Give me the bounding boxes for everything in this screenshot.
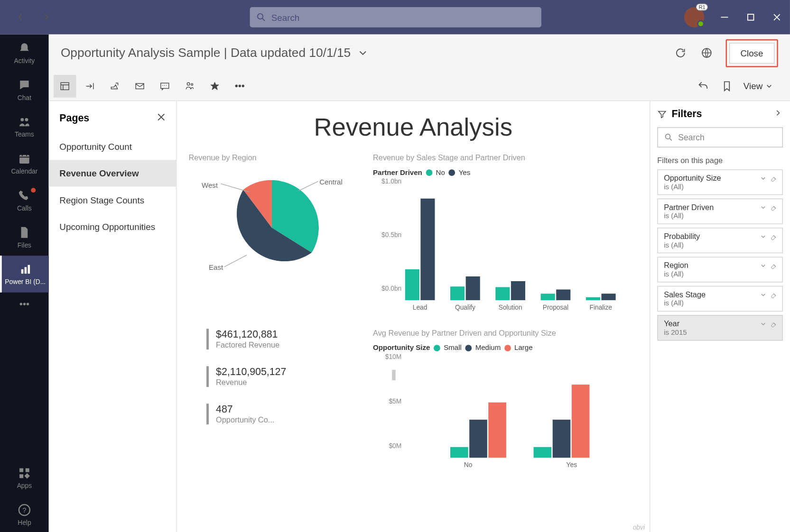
page-item[interactable]: Opportunity Count xyxy=(49,133,176,160)
svg-rect-15 xyxy=(136,83,144,89)
share-button[interactable] xyxy=(103,74,126,97)
export-button[interactable] xyxy=(78,74,101,97)
filter-card[interactable]: Regionis (All) xyxy=(657,257,783,283)
kpi-card[interactable]: $461,120,881 Factored Revenue xyxy=(206,329,355,349)
chevron-down-icon xyxy=(760,321,767,328)
web-button[interactable] xyxy=(699,46,714,60)
share-icon xyxy=(110,81,121,92)
report-canvas: Revenue Analysis Revenue by Region xyxy=(177,101,650,532)
bar-chart-axis: NoYes xyxy=(373,461,635,468)
filter-card[interactable]: Probabilityis (All) xyxy=(657,228,783,253)
filter-value: is (All) xyxy=(664,241,776,249)
bookmark-button[interactable] xyxy=(720,79,734,93)
eraser-icon xyxy=(771,175,778,182)
svg-rect-5 xyxy=(21,269,23,274)
bar-chart-1[interactable]: Revenue by Sales Stage and Partner Drive… xyxy=(373,153,635,311)
page-item[interactable]: Revenue Overview xyxy=(49,160,176,186)
filter-card[interactable]: Sales Stageis (All) xyxy=(657,286,783,312)
breadcrumb-bar: Opportunity Analysis Sample | Data updat… xyxy=(49,35,790,72)
filter-card[interactable]: Opportunity Sizeis (All) xyxy=(657,169,783,195)
pie-lines xyxy=(218,179,343,280)
page-item[interactable]: Upcoming Opportunities xyxy=(49,213,176,240)
page-item[interactable]: Region Stage Counts xyxy=(49,187,176,213)
viz-title: Revenue by Region xyxy=(188,153,355,162)
svg-rect-10 xyxy=(19,474,23,478)
rail-calendar[interactable]: Calendar xyxy=(0,145,49,182)
refresh-icon xyxy=(674,47,686,59)
favorite-button[interactable] xyxy=(204,74,226,97)
rail-label: Help xyxy=(18,519,31,526)
kpi-label: Factored Revenue xyxy=(216,340,305,349)
view-dropdown[interactable]: View xyxy=(744,81,773,91)
rail-activity[interactable]: Activity xyxy=(0,35,49,72)
pages-pane-toggle[interactable] xyxy=(54,74,76,97)
svg-rect-1 xyxy=(748,14,754,20)
rail-calls[interactable]: Calls xyxy=(0,182,49,219)
pages-close-button[interactable] xyxy=(156,112,167,125)
search-icon xyxy=(664,133,673,142)
chevron-down-icon xyxy=(357,47,369,59)
ellipsis-icon: ••• xyxy=(235,81,245,92)
filter-card[interactable]: Partner Drivenis (All) xyxy=(657,199,783,224)
presence-available-icon xyxy=(697,20,704,28)
chat-icon xyxy=(18,78,31,92)
filters-title: Filters xyxy=(671,108,768,120)
breadcrumb-dropdown[interactable] xyxy=(355,46,370,60)
filter-value: is (All) xyxy=(664,299,776,308)
refresh-button[interactable] xyxy=(673,46,688,60)
global-search-input[interactable]: Search xyxy=(250,7,541,28)
rail-teams[interactable]: Teams xyxy=(0,108,49,145)
rail-chat[interactable]: Chat xyxy=(0,71,49,108)
notification-badge-icon xyxy=(31,188,36,193)
legend: Partner Driven No Yes xyxy=(373,168,635,177)
window-close-button[interactable] xyxy=(771,11,783,23)
legend-dot-icon xyxy=(426,169,432,176)
comment-button[interactable] xyxy=(153,74,176,97)
rail-help[interactable]: ? Help xyxy=(0,496,49,532)
report-toolbar: ••• View xyxy=(49,71,790,101)
svg-rect-6 xyxy=(24,267,27,274)
legend-label: Partner Driven xyxy=(373,168,422,177)
breadcrumb: Opportunity Analysis Sample | Data updat… xyxy=(61,46,351,60)
page-title: Revenue Analysis xyxy=(188,113,638,141)
window-minimize-button[interactable] xyxy=(718,11,730,23)
pie-label-west: West xyxy=(202,181,218,190)
filters-pane: Filters Search Filters on this page Oppo… xyxy=(650,101,790,532)
watermark: obvi xyxy=(633,524,645,531)
teams-share-button[interactable] xyxy=(178,74,201,97)
svg-rect-14 xyxy=(61,83,69,90)
kpi-card[interactable]: 487 Opportunity Co... xyxy=(206,404,355,424)
filter-search-input[interactable]: Search xyxy=(657,127,783,147)
filter-card[interactable]: Yearis 2015 xyxy=(657,315,783,340)
subscribe-button[interactable] xyxy=(129,74,151,97)
apps-icon xyxy=(18,467,31,480)
star-icon xyxy=(209,81,220,92)
filter-section-label: Filters on this page xyxy=(657,156,783,165)
reset-button[interactable] xyxy=(696,79,710,93)
nav-back-button[interactable] xyxy=(13,10,28,24)
filters-expand-button[interactable] xyxy=(773,108,783,120)
pie-chart[interactable]: Revenue by Region Central West East xyxy=(188,153,355,311)
close-button[interactable]: Close xyxy=(729,43,775,64)
avatar[interactable]: R1 xyxy=(684,7,705,28)
filter-value: is 2015 xyxy=(664,328,776,337)
chevron-right-icon xyxy=(773,108,783,118)
more-button[interactable]: ••• xyxy=(228,74,251,97)
kpi-column: $461,120,881 Factored Revenue $2,110,905… xyxy=(188,329,355,468)
close-button-highlight: Close xyxy=(725,39,778,67)
kpi-card[interactable]: $2,110,905,127 Revenue xyxy=(206,366,355,387)
view-label: View xyxy=(744,81,762,91)
nav-forward-button[interactable] xyxy=(39,10,54,24)
pages-title: Pages xyxy=(59,112,89,124)
legend-item: Small xyxy=(444,344,462,352)
bar-chart-2[interactable]: Avg Revenue by Partner Driven and Opport… xyxy=(373,329,635,468)
rail-apps[interactable]: Apps xyxy=(0,459,49,496)
rail-more-button[interactable]: ••• xyxy=(0,293,49,316)
bar-chart-body: $0M$5M$10M xyxy=(373,357,635,458)
powerbi-icon xyxy=(19,263,32,276)
window-maximize-button[interactable] xyxy=(745,11,757,23)
chevron-down-icon xyxy=(760,233,767,240)
rail-files[interactable]: Files xyxy=(0,219,49,256)
rail-powerbi[interactable]: Power BI (D... xyxy=(0,256,49,293)
svg-rect-4 xyxy=(19,155,29,164)
